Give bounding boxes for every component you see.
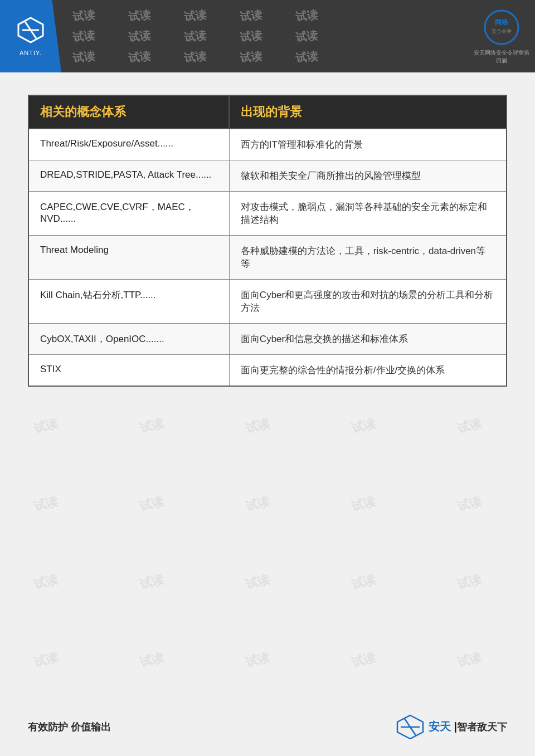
footer-right: 安天 |智者敌天下 [396, 714, 507, 739]
bg-watermark: 试读 [349, 571, 377, 593]
table-cell-right: 面向更完整的综合性的情报分析/作业/交换的体系 [229, 355, 507, 387]
footer-logo-icon [396, 714, 424, 739]
table-cell-right: 西方的IT管理和标准化的背景 [229, 129, 507, 160]
svg-text:安全令评: 安全令评 [492, 28, 512, 34]
table-cell-right: 对攻击模式，脆弱点，漏洞等各种基础的安全元素的标定和描述结构 [229, 192, 507, 236]
watermark-item: 试读 [239, 48, 262, 65]
watermark-row-bottom: 试读 试读 试读 试读 试读 [61, 50, 535, 65]
bg-watermark: 试读 [349, 649, 377, 671]
table-row: Kill Chain,钻石分析,TTP......面向Cyber和更高强度的攻击… [28, 280, 507, 324]
bg-watermark: 试读 [138, 571, 166, 593]
content-wrapper: 相关的概念体系 出现的背景 Threat/Risk/Exposure/Asset… [28, 95, 507, 387]
table-row: STIX面向更完整的综合性的情报分析/作业/交换的体系 [28, 355, 507, 387]
footer-brand-suffix: 智者敌天下 [457, 721, 507, 733]
bg-watermark: 试读 [244, 571, 271, 593]
bg-watermark: 试读 [32, 415, 60, 437]
bg-watermark: 试读 [349, 493, 377, 515]
table-cell-right: 微软和相关安全厂商所推出的风险管理模型 [229, 160, 507, 192]
watermark-item: 试读 [239, 28, 262, 45]
col1-header: 相关的概念体系 [28, 95, 229, 129]
watermark-item: 试读 [295, 7, 318, 24]
bg-watermark: 试读 [32, 571, 60, 593]
top-right-logo: 网络 安全令评 安天网络安全令评室第四届 [474, 6, 529, 67]
svg-point-3 [485, 11, 518, 44]
table-row: CAPEC,CWE,CVE,CVRF，MAEC，NVD......对攻击模式，脆… [28, 192, 507, 236]
bg-watermark: 试读 [244, 493, 271, 515]
footer: 有效防护 价值输出 安天 |智者敌天下 [0, 714, 535, 739]
logo-text: ANTIY. [20, 50, 42, 56]
table-header-row: 相关的概念体系 出现的背景 [28, 95, 507, 129]
watermark-item: 试读 [72, 28, 95, 45]
watermark-item: 试读 [128, 7, 151, 24]
bg-watermark: 试读 [349, 415, 377, 437]
table-body: Threat/Risk/Exposure/Asset......西方的IT管理和… [28, 129, 507, 386]
footer-left-text: 有效防护 价值输出 [28, 720, 111, 734]
watermark-item: 试读 [72, 7, 95, 24]
main-content: 相关的概念体系 出现的背景 Threat/Risk/Exposure/Asset… [0, 72, 535, 403]
bg-watermark: 试读 [138, 415, 166, 437]
table-row: Threat Modeling各种威胁建模的方法论，工具，risk-centri… [28, 236, 507, 280]
bg-watermark: 试读 [32, 649, 60, 671]
table-row: Threat/Risk/Exposure/Asset......西方的IT管理和… [28, 129, 507, 160]
table-cell-left: Kill Chain,钻石分析,TTP...... [28, 280, 229, 324]
watermark-item: 试读 [128, 48, 151, 65]
svg-text:网络: 网络 [495, 18, 509, 26]
bg-watermark: 试读 [244, 649, 271, 671]
table-cell-left: Threat/Risk/Exposure/Asset...... [28, 129, 229, 160]
watermark-item: 试读 [295, 28, 318, 45]
bg-watermark: 试读 [455, 571, 483, 593]
table-cell-left: CAPEC,CWE,CVE,CVRF，MAEC，NVD...... [28, 192, 229, 236]
bg-watermark: 试读 [455, 649, 483, 671]
header-watermark-area: 试读 试读 试读 试读 试读 试读 试读 试读 试读 试读 试读 试读 试读 试… [61, 0, 535, 72]
watermark-row-top: 试读 试读 试读 试读 试读 [61, 8, 535, 23]
bg-watermark: 试读 [455, 493, 483, 515]
watermark-item: 试读 [128, 28, 151, 45]
footer-brand-text: 安天 |智者敌天下 [429, 719, 507, 734]
bg-watermark: 试读 [455, 415, 483, 437]
table-cell-left: DREAD,STRIDE,PASTA, Attack Tree...... [28, 160, 229, 192]
logo-box: ANTIY. [0, 0, 61, 72]
watermark-row-middle: 试读 试读 试读 试读 试读 [61, 29, 535, 44]
table-cell-right: 各种威胁建模的方法论，工具，risk-centric，data-driven等等 [229, 236, 507, 280]
table-cell-right: 面向Cyber和更高强度的攻击和对抗的场景的分析工具和分析方法 [229, 280, 507, 324]
bg-watermark: 试读 [138, 649, 166, 671]
col2-header: 出现的背景 [229, 95, 507, 129]
header: ANTIY. 试读 试读 试读 试读 试读 试读 试读 试读 试读 试读 试读 … [0, 0, 535, 72]
bg-watermark: 试读 [244, 415, 271, 437]
table-cell-left: Threat Modeling [28, 236, 229, 280]
watermark-item: 试读 [239, 7, 262, 24]
table-cell-left: CybOX,TAXII，OpenIOC....... [28, 324, 229, 355]
bg-watermark: 试读 [138, 493, 166, 515]
table-row: CybOX,TAXII，OpenIOC.......面向Cyber和信息交换的描… [28, 324, 507, 355]
footer-brand-name: 安天 [429, 720, 451, 733]
table-row: DREAD,STRIDE,PASTA, Attack Tree......微软和… [28, 160, 507, 192]
concept-table: 相关的概念体系 出现的背景 Threat/Risk/Exposure/Asset… [28, 95, 507, 387]
watermark-item: 试读 [183, 7, 207, 24]
top-right-subtitle: 安天网络安全令评室第四届 [474, 49, 529, 65]
table-cell-right: 面向Cyber和信息交换的描述和标准体系 [229, 324, 507, 355]
watermark-item: 试读 [72, 48, 95, 65]
watermark-item: 试读 [183, 48, 207, 65]
logo-icon [17, 16, 45, 47]
bg-watermark: 试读 [32, 493, 60, 515]
watermark-item: 试读 [183, 28, 207, 45]
table-cell-left: STIX [28, 355, 229, 387]
watermark-item: 试读 [295, 48, 318, 65]
